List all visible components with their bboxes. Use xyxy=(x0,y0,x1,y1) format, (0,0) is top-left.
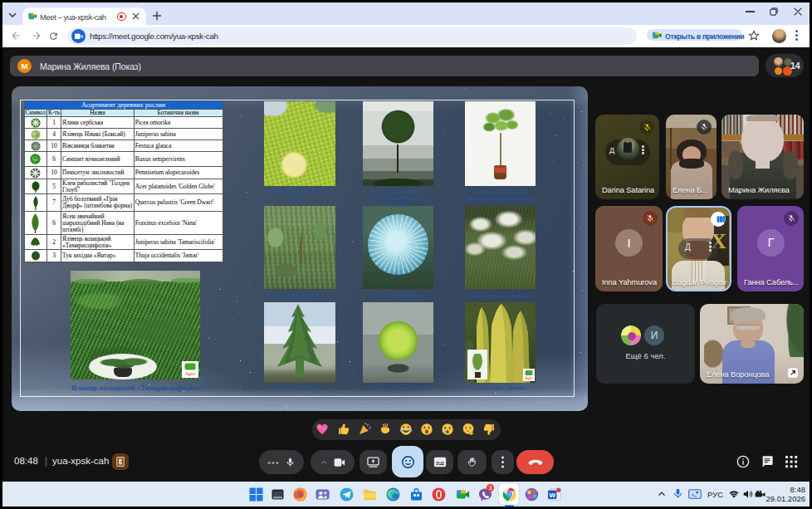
svg-text:W: W xyxy=(549,492,555,499)
svg-text:Agro: Agro xyxy=(525,376,533,380)
svg-text:Agro: Agro xyxy=(185,371,195,376)
